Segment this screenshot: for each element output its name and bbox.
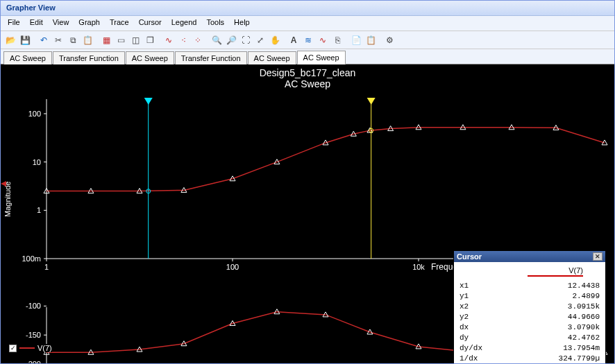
svg-text:10: 10 <box>33 158 41 166</box>
cursor-panel-title[interactable]: Cursor ✕ <box>454 251 605 262</box>
legend-label: V(7) <box>37 344 52 352</box>
window-title: Grapher View <box>1 1 614 16</box>
measure-icon[interactable]: ≋ <box>301 33 315 47</box>
svg-text:100: 100 <box>28 110 41 118</box>
svg-text:1: 1 <box>44 263 49 271</box>
paste-icon[interactable]: 📋 <box>81 33 94 47</box>
settings-icon[interactable]: ⚙ <box>382 33 396 47</box>
menu-bar: File Edit View Graph Trace Cursor Legend… <box>1 16 614 31</box>
svg-text:-100: -100 <box>26 302 41 310</box>
chart-title: Design5_bc177_clean AC Sweep <box>260 67 356 89</box>
text-icon[interactable]: A <box>287 33 301 47</box>
menu-graph[interactable]: Graph <box>78 18 100 28</box>
pan-icon[interactable]: ✋ <box>268 33 282 47</box>
toolbar: 📂 💾 ↶ ✂ ⧉ 📋 ▦ ▭ ◫ ❐ ∿ ⁖ ⁘ 🔍 🔎 ⛶ ⤢ ✋ A ≋ … <box>1 31 614 49</box>
zoom-out-icon[interactable]: 🔎 <box>224 33 238 47</box>
wave-icon[interactable]: ∿ <box>316 33 330 47</box>
copy-icon[interactable]: ⧉ <box>66 33 80 47</box>
svg-text:1: 1 <box>37 206 41 214</box>
panel-icon[interactable]: ◫ <box>128 33 142 47</box>
cursor-panel[interactable]: Cursor ✕ V(7) x112.4438y12.4899x23.0915k… <box>453 250 606 363</box>
zoom-in-icon[interactable]: 🔍 <box>210 33 224 47</box>
menu-legend[interactable]: Legend <box>171 18 197 28</box>
menu-file[interactable]: File <box>8 18 20 28</box>
menu-cursor[interactable]: Cursor <box>139 18 162 28</box>
cut-icon[interactable]: ✂ <box>51 33 65 47</box>
menu-edit[interactable]: Edit <box>30 18 43 28</box>
undo-icon[interactable]: ↶ <box>37 33 51 47</box>
close-icon[interactable]: ✕ <box>593 252 603 261</box>
tab-4[interactable]: AC Sweep <box>248 51 296 64</box>
trace-line-icon[interactable]: ∿ <box>162 33 176 47</box>
legend-swatch <box>19 347 35 349</box>
zoom-region-icon[interactable]: ⛶ <box>239 33 253 47</box>
legend-checkbox[interactable]: ✓ <box>9 345 17 352</box>
tab-strip: AC Sweep Transfer Function AC Sweep Tran… <box>1 49 614 64</box>
tab-3[interactable]: Transfer Function <box>175 51 247 64</box>
trace-dots2-icon[interactable]: ⁘ <box>191 33 205 47</box>
clipboard-icon[interactable]: 📄 <box>349 33 363 47</box>
plot-area[interactable]: Design5_bc177_clean AC Sweep Magnitude 1… <box>1 64 614 363</box>
tab-2[interactable]: AC Sweep <box>126 51 174 64</box>
trace-dots-icon[interactable]: ⁖ <box>176 33 190 47</box>
save-icon[interactable]: 💾 <box>18 33 32 47</box>
cursor-trace-header: V(7) <box>528 266 583 277</box>
zoom-fit-icon[interactable]: ⤢ <box>253 33 267 47</box>
legend-box-icon[interactable]: ▭ <box>114 33 128 47</box>
legend[interactable]: ✓ V(7) <box>9 344 52 352</box>
tab-0[interactable]: AC Sweep <box>3 51 52 64</box>
svg-text:-200: -200 <box>26 360 41 363</box>
menu-trace[interactable]: Trace <box>110 18 129 28</box>
svg-text:10k: 10k <box>412 263 425 271</box>
clipboard2-icon[interactable]: 📋 <box>364 33 378 47</box>
menu-view[interactable]: View <box>53 18 69 28</box>
menu-tools[interactable]: Tools <box>206 18 224 28</box>
svg-text:100: 100 <box>226 263 239 271</box>
svg-text:100m: 100m <box>22 254 41 263</box>
export-icon[interactable]: ⎘ <box>330 33 344 47</box>
open-icon[interactable]: 📂 <box>3 33 17 47</box>
tab-1[interactable]: Transfer Function <box>53 51 125 64</box>
menu-help[interactable]: Help <box>234 18 250 28</box>
grid-icon[interactable]: ▦ <box>99 33 113 47</box>
svg-text:-150: -150 <box>26 331 41 339</box>
tab-5[interactable]: AC Sweep <box>297 51 346 64</box>
window-icon[interactable]: ❐ <box>143 33 157 47</box>
